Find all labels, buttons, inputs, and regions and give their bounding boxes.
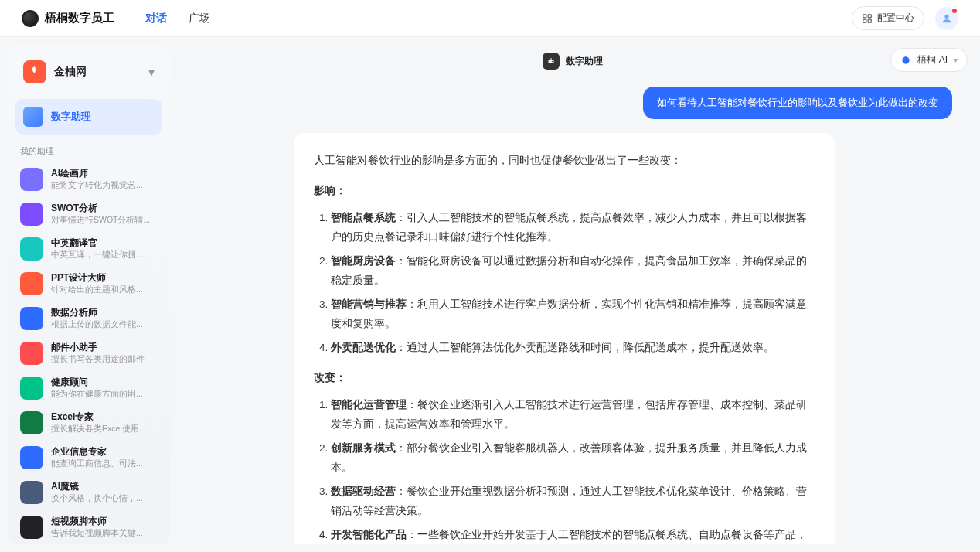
assistant-item-name: AI魔镜 [51, 480, 143, 493]
assistant-item-name: SWOT分析 [51, 202, 150, 215]
list-item-text: ：通过人工智能算法优化外卖配送路线和时间，降低配送成本，提升配送效率。 [396, 342, 774, 353]
assistant-item-desc: 能查询工商信息、司法... [51, 458, 143, 469]
assistant-item-name: 邮件小助手 [51, 341, 145, 354]
assistant-item-desc: 针对给出的主题和风格... [51, 285, 143, 295]
svg-point-4 [944, 14, 948, 18]
sidebar-assistant-item[interactable]: AI魔镜 换个风格，换个心情，... [15, 475, 162, 509]
user-icon [941, 12, 953, 25]
brand-name: 梧桐数字员工 [45, 11, 114, 26]
list-item: 创新服务模式：部分餐饮企业引入智能客服机器人，改善顾客体验，提升服务质量，并且降… [331, 439, 815, 478]
assistant-item-text: 数据分析师 根据上传的数据文件能... [51, 306, 143, 330]
list-item-bold: 智能化运营管理 [331, 399, 407, 411]
user-avatar-button[interactable] [935, 7, 958, 30]
tenant-selector[interactable]: 金柚网 ▾ [15, 54, 162, 90]
assistant-item-desc: 擅长解决各类Excel使用... [51, 424, 145, 434]
chat-title-wrap: 数字助理 [543, 53, 603, 70]
assistant-list: AI绘画师 能将文字转化为视觉艺... SWOT分析 对事情进行SWOT分析辅.… [15, 162, 162, 544]
sidebar-assistant-item[interactable]: 数据分析师 根据上传的数据文件能... [15, 301, 162, 336]
assistant-item-desc: 对事情进行SWOT分析辅... [51, 215, 150, 226]
list-item-bold: 智能厨房设备 [331, 255, 396, 267]
sidebar-assistant-item[interactable]: 企业信息专家 能查询工商信息、司法... [15, 440, 162, 475]
assistant-item-icon [20, 446, 43, 469]
assistant-item-name: Excel专家 [51, 411, 145, 424]
sidebar-assistant-item[interactable]: PPT设计大师 针对给出的主题和风格... [15, 266, 162, 301]
chat-title: 数字助理 [566, 55, 603, 68]
grid-icon [862, 13, 873, 24]
sidebar: 金柚网 ▾ 数字助理 我的助理 AI绘画师 能将文字转化为视觉艺... SWOT… [8, 45, 170, 544]
svg-point-6 [550, 61, 551, 63]
assistant-item-icon [20, 307, 43, 330]
assistant-item-icon [20, 168, 43, 191]
tenant-icon [23, 60, 46, 83]
assistant-item-desc: 擅长书写各类用途的邮件 [51, 354, 145, 365]
svg-rect-2 [863, 19, 866, 22]
config-center-button[interactable]: 配置中心 [852, 6, 924, 30]
active-assistant-label: 数字助理 [51, 110, 91, 124]
chat-body: 如何看待人工智能对餐饮行业的影响以及餐饮业为此做出的改变 人工智能对餐饮行业的影… [178, 77, 968, 544]
config-label: 配置中心 [877, 12, 914, 25]
sidebar-assistant-item[interactable]: Excel专家 擅长解决各类Excel使用... [15, 405, 162, 440]
assistant-item-desc: 能为你在健康方面的困... [51, 389, 143, 400]
svg-point-7 [552, 61, 553, 63]
sidebar-assistant-item[interactable]: 中英翻译官 中英互译，一键让你拥... [15, 231, 162, 266]
chevron-down-icon: ▾ [954, 56, 958, 64]
list-item: 数据驱动经营：餐饮企业开始重视数据分析和预测，通过人工智能技术优化菜单设计、价格… [331, 482, 815, 521]
user-bubble: 如何看待人工智能对餐饮行业的影响以及餐饮业为此做出的改变 [643, 87, 952, 119]
assistant-item-icon [20, 342, 43, 365]
chat-title-robot-icon [543, 53, 560, 70]
assistant-robot-icon [23, 107, 43, 127]
assistant-item-desc: 中英互译，一键让你拥... [51, 250, 143, 261]
impacts-heading: 影响： [314, 182, 815, 201]
list-item-bold: 数据驱动经营 [331, 486, 396, 497]
assistant-item-name: 企业信息专家 [51, 445, 143, 458]
assistant-item-text: PPT设计大师 针对给出的主题和风格... [51, 271, 143, 295]
assistant-item-text: 中英翻译官 中英互译，一键让你拥... [51, 237, 143, 261]
list-item-text: ：部分餐饮企业引入智能客服机器人，改善顾客体验，提升服务质量，并且降低人力成本。 [331, 442, 807, 473]
assistant-item-name: 健康顾问 [51, 376, 143, 389]
assistant-item-desc: 换个风格，换个心情，... [51, 493, 143, 504]
nav-chat[interactable]: 对话 [145, 12, 167, 26]
list-item: 智能点餐系统：引入人工智能技术的智能点餐系统，提高点餐效率，减少人力成本，并且可… [331, 209, 815, 247]
list-item-bold: 智能点餐系统 [331, 212, 396, 223]
sidebar-section-title: 我的助理 [20, 145, 162, 157]
assistant-item-icon [20, 237, 43, 261]
main-area: 金柚网 ▾ 数字助理 我的助理 AI绘画师 能将文字转化为视觉艺... SWOT… [0, 37, 980, 552]
sidebar-assistant-item[interactable]: 健康顾问 能为你在健康方面的困... [15, 370, 162, 405]
sidebar-assistant-item[interactable]: 短视频脚本师 告诉我短视频脚本关键... [15, 509, 162, 544]
assistant-item-name: PPT设计大师 [51, 271, 143, 285]
assistant-item-text: Excel专家 擅长解决各类Excel使用... [51, 411, 145, 434]
user-message: 如何看待人工智能对餐饮行业的影响以及餐饮业为此做出的改变 [193, 87, 952, 119]
impacts-list: 智能点餐系统：引入人工智能技术的智能点餐系统，提高点餐效率，减少人力成本，并且可… [314, 209, 815, 358]
assistant-item-text: AI魔镜 换个风格，换个心情，... [51, 480, 143, 504]
model-selector[interactable]: 梧桐 AI ▾ [890, 48, 968, 72]
nav-square[interactable]: 广场 [189, 12, 210, 26]
assistant-message: 人工智能对餐饮行业的影响是多方面的，同时也促使餐饮业做出了一些改变： 影响： 智… [294, 133, 835, 544]
active-assistant[interactable]: 数字助理 [15, 99, 162, 135]
svg-rect-1 [868, 14, 871, 17]
assistant-intro: 人工智能对餐饮行业的影响是多方面的，同时也促使餐饮业做出了一些改变： [314, 152, 815, 171]
sidebar-assistant-item[interactable]: 邮件小助手 擅长书写各类用途的邮件 [15, 336, 162, 370]
sidebar-assistant-item[interactable]: SWOT分析 对事情进行SWOT分析辅... [15, 196, 162, 231]
list-item: 开发智能化产品：一些餐饮企业开始开发基于人工智能技术的智能点餐系统、自助点餐设备… [331, 526, 815, 545]
assistant-item-text: AI绘画师 能将文字转化为视觉艺... [51, 167, 143, 191]
top-bar: 梧桐数字员工 对话 广场 配置中心 [0, 0, 980, 37]
list-item-text: ：餐饮企业开始重视数据分析和预测，通过人工智能技术优化菜单设计、价格策略、营销活… [331, 486, 807, 516]
chat-header: 数字助理 梧桐 AI ▾ [178, 45, 968, 77]
assistant-item-text: 健康顾问 能为你在健康方面的困... [51, 376, 143, 400]
assistant-item-icon [20, 377, 43, 400]
assistant-item-name: AI绘画师 [51, 167, 143, 180]
sidebar-assistant-item[interactable]: AI绘画师 能将文字转化为视觉艺... [15, 162, 162, 196]
assistant-item-text: 企业信息专家 能查询工商信息、司法... [51, 445, 143, 469]
svg-rect-5 [549, 60, 554, 63]
notification-dot-icon [952, 9, 957, 13]
list-item-bold: 外卖配送优化 [331, 342, 396, 353]
changes-list: 智能化运营管理：餐饮企业逐渐引入人工智能技术进行运营管理，包括库存管理、成本控制… [314, 396, 815, 544]
top-nav: 对话 广场 [145, 12, 210, 26]
assistant-item-icon [20, 203, 43, 226]
assistant-item-desc: 能将文字转化为视觉艺... [51, 180, 143, 191]
assistant-item-name: 中英翻译官 [51, 237, 143, 250]
chevron-down-icon: ▾ [148, 65, 155, 80]
list-item: 智能厨房设备：智能化厨房设备可以通过数据分析和自动化操作，提高食品加工效率，并确… [331, 252, 815, 291]
list-item-bold: 智能营销与推荐 [331, 298, 407, 310]
topbar-right: 配置中心 [852, 6, 958, 30]
